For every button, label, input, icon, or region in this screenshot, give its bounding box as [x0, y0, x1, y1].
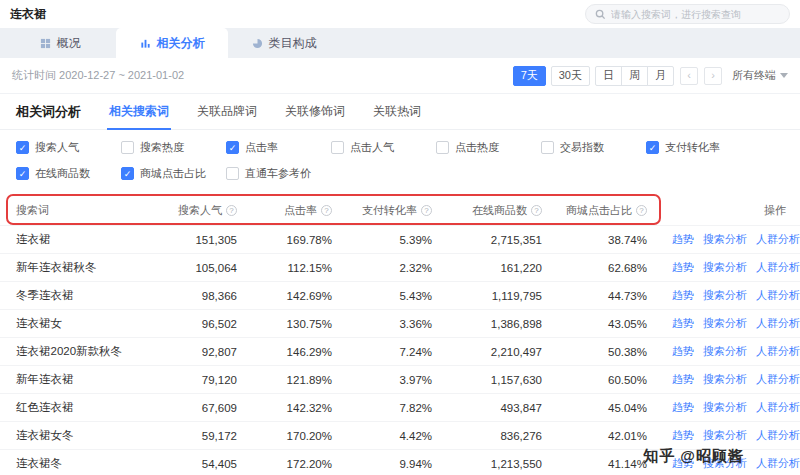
action-trend[interactable]: 趋势	[672, 261, 694, 273]
action-trend[interactable]: 趋势	[672, 345, 694, 357]
range-button-7d[interactable]: 7天	[513, 66, 546, 86]
checkbox-icon[interactable]: ✓	[331, 141, 344, 154]
filter-ctr[interactable]: ✓点击率	[226, 140, 331, 155]
checkbox-icon[interactable]: ✓	[646, 141, 659, 154]
cell-cvr: 4.42%	[340, 422, 440, 450]
action-trend[interactable]: 趋势	[672, 233, 694, 245]
filter-label: 点击人气	[350, 140, 394, 155]
range-button-week[interactable]: 周	[621, 66, 648, 86]
filter-ztc-reference-price[interactable]: ✓直通车参考价	[226, 166, 331, 181]
next-page-button[interactable]: ›	[704, 67, 722, 85]
cell-search-popularity: 98,366	[160, 282, 245, 310]
range-button-month[interactable]: 月	[647, 66, 674, 86]
section-header: 相关词分析 相关搜索词关联品牌词关联修饰词关联热词	[0, 94, 800, 130]
header-payment-conversion[interactable]: 支付转化率?	[340, 196, 440, 226]
checkbox-icon[interactable]: ✓	[16, 167, 29, 180]
prev-page-button[interactable]: ‹	[680, 67, 698, 85]
app-window: 连衣裙 概况 相关分析 类目构成 统计时间 2020-12-27 ~ 2021-…	[0, 0, 800, 475]
action-search-analysis[interactable]: 搜索分析	[703, 345, 747, 357]
tab-related-analysis[interactable]: 相关分析	[116, 28, 228, 58]
help-icon: ?	[226, 205, 237, 216]
header-ctr[interactable]: 点击率?	[245, 196, 340, 226]
filter-transaction-index[interactable]: ✓交易指数	[541, 140, 646, 155]
action-trend[interactable]: 趋势	[672, 373, 694, 385]
header-online-items[interactable]: 在线商品数?	[440, 196, 550, 226]
table-row: 连衣裙 151,305 169.78% 5.39% 2,715,351 38.7…	[0, 226, 800, 254]
action-crowd-analysis[interactable]: 人群分析	[756, 429, 800, 441]
cell-actions: 趋势搜索分析人群分析	[655, 366, 800, 394]
header-search-popularity[interactable]: 搜索人气?	[160, 196, 245, 226]
filter-label: 直通车参考价	[245, 166, 311, 181]
table-row: 连衣裙女冬 59,172 170.20% 4.42% 836,276 42.01…	[0, 422, 800, 450]
checkbox-icon[interactable]: ✓	[121, 167, 134, 180]
cell-actions: 趋势搜索分析人群分析	[655, 394, 800, 422]
filter-label: 搜索热度	[140, 140, 184, 155]
checkbox-icon[interactable]: ✓	[541, 141, 554, 154]
subtab-brand-words[interactable]: 关联品牌词	[195, 94, 259, 129]
cell-ctr: 142.69%	[245, 282, 340, 310]
table-row: 冬季连衣裙 98,366 142.69% 5.43% 1,119,795 44.…	[0, 282, 800, 310]
checkbox-icon[interactable]: ✓	[226, 141, 239, 154]
checkbox-icon[interactable]: ✓	[121, 141, 134, 154]
table-row: 连衣裙女 96,502 130.75% 3.36% 1,386,898 43.0…	[0, 310, 800, 338]
filter-mall-click-share[interactable]: ✓商城点击占比	[121, 166, 226, 181]
checkbox-icon[interactable]: ✓	[436, 141, 449, 154]
cell-online-items: 1,213,550	[440, 450, 550, 475]
action-search-analysis[interactable]: 搜索分析	[703, 373, 747, 385]
cell-search-word: 连衣裙女冬	[0, 422, 160, 450]
checkbox-icon[interactable]: ✓	[16, 141, 29, 154]
action-crowd-analysis[interactable]: 人群分析	[756, 261, 800, 273]
cell-search-word: 新年连衣裙秋冬	[0, 254, 160, 282]
metric-filters: ✓搜索人气✓搜索热度✓点击率✓点击人气✓点击热度✓交易指数✓支付转化率 ✓在线商…	[0, 130, 800, 196]
cell-cvr: 3.36%	[340, 310, 440, 338]
action-crowd-analysis[interactable]: 人群分析	[756, 373, 800, 385]
cell-actions: 趋势搜索分析人群分析	[655, 226, 800, 254]
action-crowd-analysis[interactable]: 人群分析	[756, 233, 800, 245]
action-trend[interactable]: 趋势	[672, 401, 694, 413]
range-button-30d[interactable]: 30天	[551, 66, 590, 86]
search-input[interactable]	[611, 9, 780, 20]
subtab-modifier-words[interactable]: 关联修饰词	[283, 94, 347, 129]
action-search-analysis[interactable]: 搜索分析	[703, 289, 747, 301]
filter-online-items[interactable]: ✓在线商品数	[16, 166, 121, 181]
subtab-hot-words[interactable]: 关联热词	[371, 94, 423, 129]
filter-search-popularity[interactable]: ✓搜索人气	[16, 140, 121, 155]
action-search-analysis[interactable]: 搜索分析	[703, 233, 747, 245]
action-crowd-analysis[interactable]: 人群分析	[756, 317, 800, 329]
action-search-analysis[interactable]: 搜索分析	[703, 401, 747, 413]
tab-overview[interactable]: 概况	[4, 28, 116, 58]
filter-label: 交易指数	[560, 140, 604, 155]
subtab-related-search-words[interactable]: 相关搜索词	[107, 94, 171, 129]
action-crowd-analysis[interactable]: 人群分析	[756, 289, 800, 301]
cell-search-popularity: 59,172	[160, 422, 245, 450]
tab-category-composition[interactable]: 类目构成	[228, 28, 340, 58]
cell-cvr: 3.97%	[340, 366, 440, 394]
filter-search-heat[interactable]: ✓搜索热度	[121, 140, 226, 155]
filter-payment-conversion[interactable]: ✓支付转化率	[646, 140, 751, 155]
action-search-analysis[interactable]: 搜索分析	[703, 429, 747, 441]
cell-search-word: 连衣裙	[0, 226, 160, 254]
action-search-analysis[interactable]: 搜索分析	[703, 261, 747, 273]
cell-online-items: 1,157,630	[440, 366, 550, 394]
cell-search-popularity: 105,064	[160, 254, 245, 282]
action-trend[interactable]: 趋势	[672, 429, 694, 441]
action-crowd-analysis[interactable]: 人群分析	[756, 457, 800, 469]
watermark: 知乎 @昭顾酱	[643, 447, 744, 466]
filter-click-popularity[interactable]: ✓点击人气	[331, 140, 436, 155]
action-crowd-analysis[interactable]: 人群分析	[756, 401, 800, 413]
toolbar-right: 7天30天日周月 ‹ › 所有终端	[513, 66, 788, 86]
filter-click-heat[interactable]: ✓点击热度	[436, 140, 541, 155]
action-search-analysis[interactable]: 搜索分析	[703, 317, 747, 329]
header-mall-click-share[interactable]: 商城点击占比?	[550, 196, 655, 226]
action-trend[interactable]: 趋势	[672, 289, 694, 301]
cell-online-items: 2,715,351	[440, 226, 550, 254]
chevron-down-icon	[780, 73, 788, 78]
top-search[interactable]	[585, 4, 790, 24]
cell-online-items: 1,119,795	[440, 282, 550, 310]
cell-online-items: 836,276	[440, 422, 550, 450]
terminal-dropdown[interactable]: 所有终端	[732, 68, 788, 83]
range-button-day[interactable]: 日	[595, 66, 622, 86]
action-crowd-analysis[interactable]: 人群分析	[756, 345, 800, 357]
action-trend[interactable]: 趋势	[672, 317, 694, 329]
checkbox-icon[interactable]: ✓	[226, 167, 239, 180]
